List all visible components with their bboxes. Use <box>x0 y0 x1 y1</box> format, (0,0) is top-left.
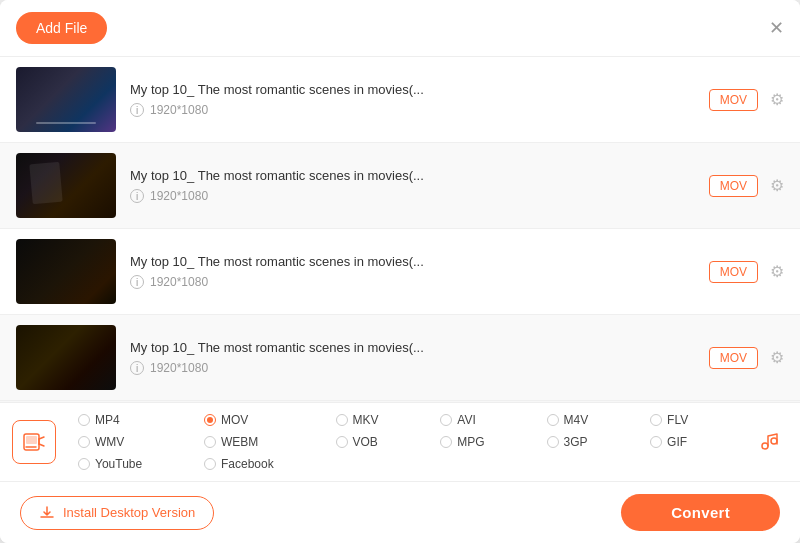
file-thumbnail <box>16 239 116 304</box>
format-option-flv[interactable]: FLV <box>640 411 740 429</box>
format-label-mpg: MPG <box>457 435 484 449</box>
info-icon[interactable]: i <box>130 361 144 375</box>
file-thumbnail <box>16 153 116 218</box>
file-info: My top 10_ The most romantic scenes in m… <box>130 340 695 375</box>
radio-youtube <box>78 458 90 470</box>
format-options-grid: MP4 MOV MKV AVI M4V FLV WMV WEBM VOB M <box>68 411 740 473</box>
format-label-facebook: Facebook <box>221 457 274 471</box>
radio-flv <box>650 414 662 426</box>
format-label-flv: FLV <box>667 413 688 427</box>
header: Add File ✕ <box>0 0 800 57</box>
format-option-webm[interactable]: WEBM <box>194 433 326 451</box>
file-thumbnail <box>16 67 116 132</box>
file-item: My top 10_ The most romantic scenes in m… <box>0 229 800 315</box>
file-meta: i 1920*1080 <box>130 189 695 203</box>
file-name: My top 10_ The most romantic scenes in m… <box>130 254 695 269</box>
radio-avi <box>440 414 452 426</box>
file-resolution: 1920*1080 <box>150 275 208 289</box>
install-desktop-label: Install Desktop Version <box>63 505 195 520</box>
gear-icon[interactable]: ⚙ <box>770 176 784 195</box>
radio-facebook <box>204 458 216 470</box>
format-option-youtube[interactable]: YouTube <box>68 455 194 473</box>
format-badge[interactable]: MOV <box>709 261 758 283</box>
gear-icon[interactable]: ⚙ <box>770 262 784 281</box>
format-option-gif[interactable]: GIF <box>640 433 740 451</box>
format-badge[interactable]: MOV <box>709 175 758 197</box>
add-file-button[interactable]: Add File <box>16 12 107 44</box>
radio-gif <box>650 436 662 448</box>
audio-format-button[interactable] <box>748 422 788 462</box>
convert-button[interactable]: Convert <box>621 494 780 531</box>
format-option-mp4[interactable]: MP4 <box>68 411 194 429</box>
format-option-m4v[interactable]: M4V <box>537 411 641 429</box>
file-item: My top 10_ The most romantic scenes in m… <box>0 57 800 143</box>
file-resolution: 1920*1080 <box>150 361 208 375</box>
file-name: My top 10_ The most romantic scenes in m… <box>130 168 695 183</box>
file-item: My top 10_ The most romantic scenes in m… <box>0 143 800 229</box>
format-option-mpg[interactable]: MPG <box>430 433 536 451</box>
format-option-mov[interactable]: MOV <box>194 411 326 429</box>
file-name: My top 10_ The most romantic scenes in m… <box>130 340 695 355</box>
gear-icon[interactable]: ⚙ <box>770 90 784 109</box>
format-label-mkv: MKV <box>353 413 379 427</box>
info-icon[interactable]: i <box>130 103 144 117</box>
file-meta: i 1920*1080 <box>130 361 695 375</box>
radio-mpg <box>440 436 452 448</box>
file-info: My top 10_ The most romantic scenes in m… <box>130 82 695 117</box>
info-icon[interactable]: i <box>130 275 144 289</box>
format-label-webm: WEBM <box>221 435 258 449</box>
file-meta: i 1920*1080 <box>130 103 695 117</box>
radio-vob <box>336 436 348 448</box>
file-actions: MOV ⚙ <box>709 261 784 283</box>
file-actions: MOV ⚙ <box>709 89 784 111</box>
close-button[interactable]: ✕ <box>769 19 784 37</box>
file-item: My top 10_ The most romantic scenes in m… <box>0 315 800 401</box>
radio-mp4 <box>78 414 90 426</box>
radio-mov <box>204 414 216 426</box>
format-option-facebook[interactable]: Facebook <box>194 455 326 473</box>
file-info: My top 10_ The most romantic scenes in m… <box>130 254 695 289</box>
radio-wmv <box>78 436 90 448</box>
radio-m4v <box>547 414 559 426</box>
format-label-vob: VOB <box>353 435 378 449</box>
format-option-wmv[interactable]: WMV <box>68 433 194 451</box>
radio-webm <box>204 436 216 448</box>
footer: Install Desktop Version Convert <box>0 481 800 543</box>
format-option-3gp[interactable]: 3GP <box>537 433 641 451</box>
file-info: My top 10_ The most romantic scenes in m… <box>130 168 695 203</box>
format-badge[interactable]: MOV <box>709 347 758 369</box>
download-icon <box>39 505 55 521</box>
format-label-3gp: 3GP <box>564 435 588 449</box>
radio-mkv <box>336 414 348 426</box>
format-label-m4v: M4V <box>564 413 589 427</box>
file-actions: MOV ⚙ <box>709 347 784 369</box>
format-bar: MP4 MOV MKV AVI M4V FLV WMV WEBM VOB M <box>0 402 800 481</box>
video-format-icon <box>12 420 56 464</box>
format-option-avi[interactable]: AVI <box>430 411 536 429</box>
format-label-avi: AVI <box>457 413 475 427</box>
file-name: My top 10_ The most romantic scenes in m… <box>130 82 695 97</box>
file-list: My top 10_ The most romantic scenes in m… <box>0 57 800 402</box>
main-window: Add File ✕ My top 10_ The most romantic … <box>0 0 800 543</box>
format-label-youtube: YouTube <box>95 457 142 471</box>
info-icon[interactable]: i <box>130 189 144 203</box>
file-thumbnail <box>16 325 116 390</box>
file-meta: i 1920*1080 <box>130 275 695 289</box>
format-label-mp4: MP4 <box>95 413 120 427</box>
file-resolution: 1920*1080 <box>150 189 208 203</box>
format-option-mkv[interactable]: MKV <box>326 411 431 429</box>
file-actions: MOV ⚙ <box>709 175 784 197</box>
svg-rect-1 <box>26 436 37 444</box>
install-desktop-button[interactable]: Install Desktop Version <box>20 496 214 530</box>
format-label-mov: MOV <box>221 413 248 427</box>
format-label-gif: GIF <box>667 435 687 449</box>
radio-3gp <box>547 436 559 448</box>
format-option-vob[interactable]: VOB <box>326 433 431 451</box>
format-label-wmv: WMV <box>95 435 124 449</box>
file-resolution: 1920*1080 <box>150 103 208 117</box>
format-badge[interactable]: MOV <box>709 89 758 111</box>
gear-icon[interactable]: ⚙ <box>770 348 784 367</box>
